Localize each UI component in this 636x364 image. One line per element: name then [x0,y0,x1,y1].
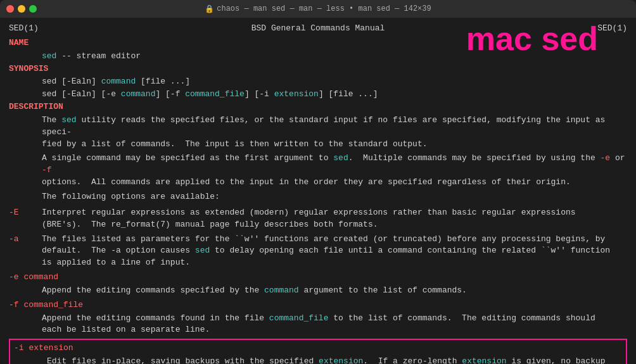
minimize-button[interactable] [18,5,25,13]
header-center: BSD General Commands Manual [251,23,385,35]
synopsis-line2: sed [-Ealn] [-e command] [-f command_fil… [42,89,627,101]
synopsis-section-header: SYNOPSIS [9,63,627,75]
description-section-header: DESCRIPTION [9,101,627,113]
traffic-lights [6,5,37,13]
option-f: -f command_file [9,299,627,311]
lock-icon: 🔒 [205,4,214,14]
close-button[interactable] [6,5,14,13]
description-para2: A single command may be specified as the… [42,153,627,189]
option-f-desc: Append the editing commands found in the… [42,313,627,337]
option-i-box: -i extension Edit files in-place, saving… [9,339,627,364]
maximize-button[interactable] [29,5,37,13]
description-para1: The sed utility reads the specified file… [42,115,627,151]
description-para3: The following options are available: [42,191,627,203]
terminal-content[interactable]: mac sed SED(1) BSD General Commands Manu… [0,18,636,364]
header-left: SED(1) [9,23,39,35]
synopsis-line1: sed [-Ealn] command [file ...] [42,76,627,88]
option-a: -a The files listed as parameters for th… [9,234,627,270]
option-i-desc: Edit files in-place, saving backups with… [47,356,622,364]
titlebar: 🔒 chaos — man sed — man — less • man sed… [0,0,636,18]
terminal-window: 🔒 chaos — man sed — man — less • man sed… [0,0,636,364]
mac-sed-watermark: mac sed [466,22,598,55]
option-e-desc: Append the editing commands specified by… [42,285,627,297]
header-right: SED(1) [597,23,627,35]
option-i-flag-line: -i extension [14,342,622,355]
titlebar-title: 🔒 chaos — man sed — man — less • man sed… [205,4,431,14]
option-E: -E Interpret regular expressions as exte… [9,207,627,231]
option-e: -e command [9,272,627,284]
